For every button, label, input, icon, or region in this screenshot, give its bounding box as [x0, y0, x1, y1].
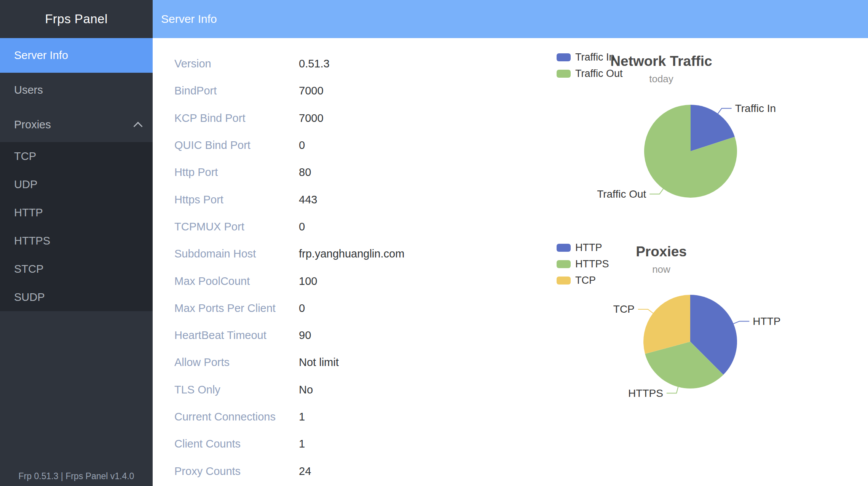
- row-value: No: [299, 384, 313, 396]
- row-label: HeartBeat Timeout: [174, 329, 299, 342]
- app-title: Frps Panel: [0, 0, 153, 38]
- row-value: Not limit: [299, 356, 339, 369]
- pie-chart: HTTPHTTPSTCP: [548, 236, 815, 415]
- table-row: BindPort 7000: [174, 77, 547, 104]
- sidebar-subitem[interactable]: TCP: [0, 142, 153, 170]
- server-info-table: Version 0.51.3 BindPort 7000 KCP Bind Po…: [174, 50, 547, 485]
- table-row: Http Port 80: [174, 159, 547, 186]
- sidebar-subitem[interactable]: SUDP: [0, 283, 153, 311]
- row-value: 0: [299, 302, 305, 315]
- table-row: TCPMUX Port 0: [174, 213, 547, 240]
- pie-label-line-traffic-in: [718, 109, 732, 114]
- pie-label-traffic-in: Traffic In: [735, 102, 776, 114]
- page-title: Server Info: [161, 13, 217, 26]
- table-row: KCP Bind Port 7000: [174, 105, 547, 132]
- row-label: TLS Only: [174, 384, 299, 396]
- row-label: Version: [174, 58, 299, 70]
- table-row: Allow Ports Not limit: [174, 349, 547, 376]
- row-value: frp.yanghuanglin.com: [299, 248, 404, 260]
- sidebar-footer-version: Frp 0.51.3 | Frps Panel v1.4.0: [0, 471, 153, 481]
- pie-label-line-tcp: [638, 309, 653, 313]
- row-value: 7000: [299, 112, 324, 125]
- page-header: Server Info: [153, 0, 868, 38]
- row-label: Allow Ports: [174, 356, 299, 369]
- row-label: Max Ports Per Client: [174, 302, 299, 315]
- row-value: 0.51.3: [299, 58, 330, 70]
- table-row: Current Connections 1: [174, 403, 547, 430]
- sidebar-subitem[interactable]: HTTPS: [0, 227, 153, 255]
- sidebar: Frps Panel Server Info Users Proxies TCP…: [0, 0, 153, 486]
- pie-label-line-traffic-out: [649, 189, 663, 194]
- row-label: Current Connections: [174, 411, 299, 423]
- row-value: 443: [299, 193, 317, 206]
- row-value: 0: [299, 221, 305, 233]
- table-row: Max PoolCount 100: [174, 267, 547, 294]
- row-label: Subdomain Host: [174, 248, 299, 260]
- sidebar-item-users[interactable]: Users: [0, 73, 153, 107]
- table-row: TLS Only No: [174, 376, 547, 403]
- pie-label-line-https: [667, 387, 678, 393]
- pie-label-line-http: [734, 321, 750, 324]
- table-row: QUIC Bind Port 0: [174, 132, 547, 159]
- row-value: 0: [299, 139, 305, 152]
- row-label: Proxy Counts: [174, 465, 299, 478]
- row-value: 90: [299, 329, 311, 342]
- sidebar-item-label: Proxies: [14, 118, 51, 131]
- row-label: Client Counts: [174, 438, 299, 450]
- row-label: Https Port: [174, 193, 299, 206]
- pie-label-traffic-out: Traffic Out: [597, 188, 646, 200]
- table-row: Max Ports Per Client 0: [174, 295, 547, 322]
- table-row: Version 0.51.3: [174, 50, 547, 77]
- row-value: 24: [299, 465, 311, 478]
- pie-label-tcp: TCP: [613, 303, 635, 315]
- table-row: Client Counts 1: [174, 430, 547, 457]
- main-area: Server Info Version 0.51.3 BindPort 7000…: [153, 0, 868, 486]
- table-row: Proxy Counts 24: [174, 457, 547, 484]
- sidebar-item-label: Server Info: [14, 49, 68, 62]
- sidebar-subitem[interactable]: HTTP: [0, 198, 153, 227]
- sidebar-item-proxies[interactable]: Proxies: [0, 107, 153, 142]
- table-row: HeartBeat Timeout 90: [174, 322, 547, 349]
- proxies-chart: Proxies now HTTP HTTPS TCP HTTPHTTPSTCP: [548, 236, 815, 415]
- row-label: TCPMUX Port: [174, 221, 299, 233]
- sidebar-item-label: Users: [14, 84, 43, 96]
- row-value: 7000: [299, 85, 324, 97]
- row-label: KCP Bind Port: [174, 112, 299, 125]
- row-label: QUIC Bind Port: [174, 139, 299, 152]
- row-value: 100: [299, 275, 317, 288]
- pie-label-https: HTTPS: [628, 387, 663, 399]
- sidebar-submenu-proxies: TCPUDPHTTPHTTPSSTCPSUDP: [0, 142, 153, 311]
- sidebar-subitem[interactable]: UDP: [0, 170, 153, 198]
- sidebar-item-server-info[interactable]: Server Info: [0, 38, 153, 73]
- sidebar-subitem[interactable]: STCP: [0, 255, 153, 283]
- table-row: Subdomain Host frp.yanghuanglin.com: [174, 240, 547, 267]
- network-traffic-chart: Network Traffic today Traffic In Traffic…: [548, 46, 815, 225]
- row-value: 80: [299, 166, 311, 179]
- pie-chart: Traffic InTraffic Out: [548, 46, 815, 225]
- row-value: 1: [299, 411, 305, 423]
- chevron-up-icon: [133, 122, 142, 131]
- row-label: Http Port: [174, 166, 299, 179]
- row-label: Max PoolCount: [174, 275, 299, 288]
- row-value: 1: [299, 438, 305, 450]
- table-row: Https Port 443: [174, 186, 547, 213]
- row-label: BindPort: [174, 85, 299, 97]
- pie-label-http: HTTP: [753, 315, 780, 327]
